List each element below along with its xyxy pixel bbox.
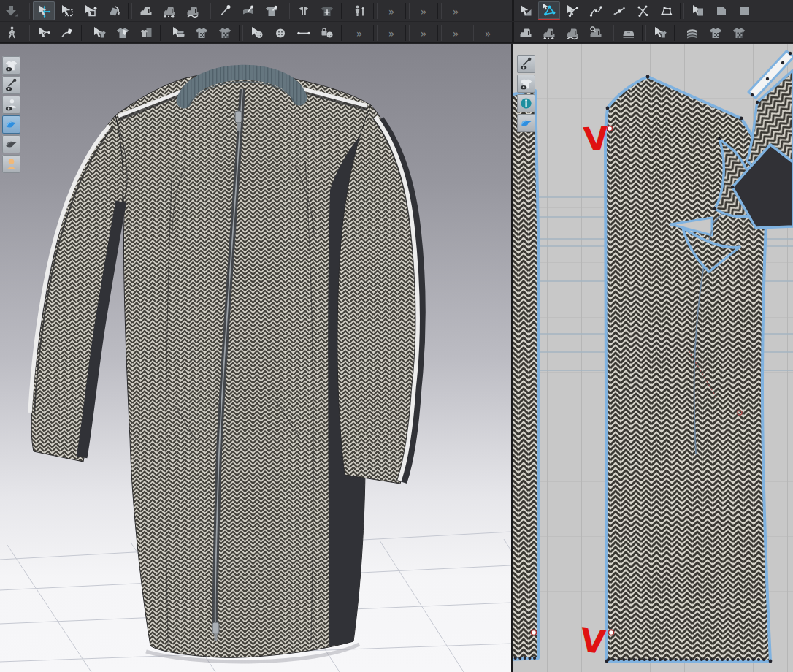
textured-pattern-2d-toggle[interactable] (517, 114, 535, 132)
notch-top[interactable] (607, 126, 612, 131)
pattern-shape-icon (714, 4, 729, 18)
transform-pin-tool[interactable] (80, 1, 101, 20)
edit-curve-point-tool[interactable] (585, 1, 607, 20)
free-sewing-2d-icon (565, 26, 580, 40)
walk-avatar-tool[interactable] (1, 23, 23, 42)
shirt-pin-tool[interactable] (261, 1, 283, 20)
overflow-6-tool[interactable]: » (413, 23, 434, 42)
edit-sculpt-tool[interactable] (33, 23, 55, 42)
svg-text:»: » (356, 27, 363, 39)
pattern-info-toggle[interactable] (517, 94, 535, 112)
button-icon (273, 26, 288, 40)
attach-cross-tool[interactable] (316, 1, 338, 20)
show-pins-toggle[interactable] (2, 76, 20, 94)
fold-arrangement-tool[interactable] (103, 1, 125, 20)
fit-board-tool[interactable] (135, 23, 157, 42)
trace-tool[interactable] (687, 1, 709, 20)
overflow-1-tool[interactable]: » (380, 1, 402, 20)
import-arrow-tool[interactable] (1, 1, 23, 20)
buttonhole-icon (296, 26, 311, 40)
fabric-pin-tool[interactable] (237, 1, 259, 20)
texture-shirt-small-2d-tool[interactable] (705, 23, 727, 42)
avatar-skin-toggle[interactable] (2, 155, 20, 173)
toolbar-separator (437, 25, 442, 41)
fabric-layers-icon (685, 26, 700, 40)
pattern-piece-front-bodice[interactable] (605, 75, 773, 663)
fold-arrangement-icon (107, 4, 121, 18)
fabric-layers-tool[interactable] (681, 23, 703, 42)
overflow-4-tool[interactable]: » (348, 23, 370, 42)
segment-sewing-tool[interactable] (158, 1, 180, 20)
overflow-7-icon: » (448, 26, 463, 40)
overflow-5-tool[interactable]: » (380, 23, 402, 42)
sewing-machine-2d-tool[interactable] (515, 23, 537, 42)
toolbar-separator (341, 3, 345, 19)
texture-shirt-tool[interactable] (214, 23, 236, 42)
texture-shirt-small-2d-icon (708, 26, 723, 40)
edit-curvature-tool[interactable] (562, 1, 583, 20)
thick-textured-surface-toggle[interactable] (2, 135, 20, 153)
overflow-2-tool[interactable]: » (413, 1, 434, 20)
overflow-3-icon: » (448, 4, 463, 18)
select-garment-tool[interactable] (649, 23, 671, 42)
annotation-v-bottom: V (578, 621, 608, 661)
edit-pattern-tool[interactable] (538, 1, 560, 20)
iron-tool[interactable] (617, 23, 639, 42)
overflow-3-tool[interactable]: » (445, 1, 467, 20)
select-button-tool[interactable] (246, 23, 268, 42)
inspect-seam-tool[interactable] (585, 23, 607, 42)
edit-fit-tool[interactable] (88, 23, 110, 42)
notch-strip[interactable] (531, 630, 536, 635)
show-avatar-toggle[interactable] (2, 96, 20, 114)
overflow-5-icon: » (384, 26, 399, 40)
show-garment-toggle[interactable] (2, 56, 20, 75)
select-button-icon (250, 26, 264, 40)
toolbar-separator (642, 25, 646, 41)
overflow-7-tool[interactable]: » (445, 23, 467, 42)
pin-tool[interactable] (214, 1, 236, 20)
edit-notch-tool[interactable] (632, 1, 654, 20)
texture-shirt-small-tool[interactable] (191, 23, 212, 42)
textured-surface-toggle[interactable] (2, 115, 20, 134)
garment-3d[interactable] (30, 72, 421, 662)
lock-button-tool[interactable] (316, 23, 338, 42)
move-tool-tool[interactable] (33, 1, 55, 20)
textured-pattern-2d-icon (519, 116, 533, 130)
pattern-shape-tool[interactable] (710, 1, 732, 20)
avatar-measure-tool[interactable] (348, 1, 370, 20)
lock-button-icon (320, 26, 334, 40)
pattern-panel-2d[interactable]: V V (513, 44, 793, 672)
inspect-seam-icon (589, 26, 603, 40)
show-pins-2d-toggle[interactable] (517, 55, 535, 73)
sewing-machine-tool[interactable] (135, 1, 157, 20)
free-sewing-2d-tool[interactable] (562, 23, 583, 42)
overflow-8-tool[interactable]: » (477, 23, 499, 42)
buttonhole-tool[interactable] (293, 23, 315, 42)
rectangle-select-tool[interactable] (56, 1, 78, 20)
pattern-scene: V V (513, 44, 793, 672)
edit-curvature-icon (565, 4, 580, 18)
add-point-tool[interactable] (608, 1, 630, 20)
fold-symmetry-tool[interactable] (293, 1, 315, 20)
trace-icon (691, 4, 705, 18)
edit-fit-icon (92, 26, 107, 40)
rectangle-pattern-tool[interactable] (734, 1, 756, 20)
sculpt-pen-tool[interactable] (56, 23, 78, 42)
segment-sewing-2d-tool[interactable] (538, 23, 560, 42)
viewport-3d[interactable] (0, 44, 511, 672)
texture-shirt-2d-tool[interactable] (728, 23, 750, 42)
edit-texture-tool[interactable] (167, 23, 189, 42)
zipper-slider-bottom (212, 622, 219, 634)
fit-pen-tool[interactable] (112, 23, 134, 42)
pin-icon (218, 4, 232, 18)
show-garment-2d-toggle[interactable] (517, 75, 535, 93)
trace-polygon-tool[interactable] (655, 1, 677, 20)
notch-bottom[interactable] (608, 630, 613, 635)
fold-symmetry-icon (296, 4, 311, 18)
texture-shirt-icon (218, 26, 232, 40)
pattern-piece-side-strip[interactable] (513, 91, 539, 660)
free-sewing-tool[interactable] (182, 1, 204, 20)
import-arrow-icon (4, 4, 19, 18)
button-tool[interactable] (269, 23, 291, 42)
transform-pattern-tool[interactable] (515, 1, 537, 20)
